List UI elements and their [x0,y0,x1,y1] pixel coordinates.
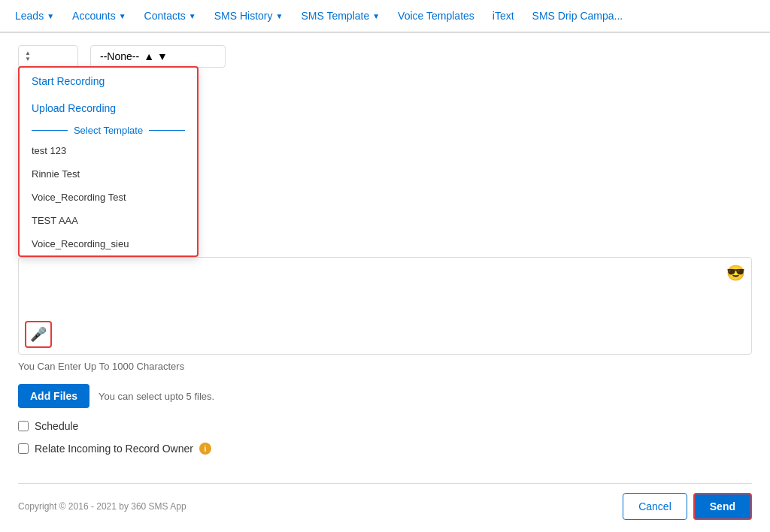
footer-buttons: Cancel Send [623,493,752,520]
template-item-3[interactable]: TEST AAA [20,209,197,232]
first-dropdown[interactable]: ▲ ▼ [18,45,78,68]
nav-sms-drip-label: SMS Drip Campa... [532,10,623,22]
mic-btn-row: 🎤 [19,318,751,354]
divider-line-left [32,130,68,131]
select-template-label: Select Template [74,125,143,136]
add-files-button[interactable]: Add Files [18,384,89,408]
schedule-checkbox[interactable] [18,421,29,431]
schedule-row: Schedule [18,420,752,432]
add-files-row: Add Files You can select upto 5 files. [18,384,752,408]
divider-line-right [149,130,185,131]
nav-sms-history[interactable]: SMS History ▼ [205,0,293,32]
char-limit-text: You Can Enter Up To 1000 Characters [18,361,752,372]
nav-leads-chevron: ▼ [47,12,54,20]
recording-dropdown-menu: Start Recording Upload Recording Select … [18,66,199,257]
nav-leads-label: Leads [15,10,44,22]
microphone-icon: 🎤 [30,326,47,343]
upload-recording-label: Upload Recording [32,102,116,114]
copyright-text: Copyright © 2016 - 2021 by 360 SMS App [18,501,186,512]
text-area-content: 😎 [19,258,751,318]
select-template-divider: Select Template [20,122,197,139]
nav-leads[interactable]: Leads ▼ [6,0,63,32]
nav-sms-drip[interactable]: SMS Drip Campa... [523,0,632,32]
nav-sms-history-chevron: ▼ [276,12,283,20]
relate-checkbox[interactable] [18,443,29,454]
top-nav: Leads ▼ Accounts ▼ Contacts ▼ SMS Histor… [0,0,770,33]
message-text-area-wrapper: 😎 🎤 [18,257,752,355]
schedule-label: Schedule [35,420,78,432]
dropdown-arrows: ▲ ▼ [25,50,31,62]
microphone-button[interactable]: 🎤 [25,321,52,348]
nav-itext[interactable]: iText [484,0,523,32]
nav-sms-template-label: SMS Template [301,10,369,22]
nav-accounts[interactable]: Accounts ▼ [63,0,135,32]
relate-row: Relate Incoming to Record Owner i [18,443,752,455]
nav-voice-templates[interactable]: Voice Templates [389,0,484,32]
template-item-0[interactable]: test 123 [20,139,197,162]
emoji-button[interactable]: 😎 [726,264,745,282]
none-dropdown-arrows: ▲ ▼ [144,50,168,62]
nav-itext-label: iText [493,10,514,22]
nav-contacts-label: Contacts [144,10,186,22]
template-item-1[interactable]: Rinnie Test [20,162,197,186]
none-label: --None-- [100,50,139,62]
none-dropdown[interactable]: --None-- ▲ ▼ [90,45,226,68]
send-button[interactable]: Send [693,493,752,520]
info-icon[interactable]: i [199,443,211,455]
nav-sms-template[interactable]: SMS Template ▼ [292,0,389,32]
relate-label: Relate Incoming to Record Owner [35,443,193,455]
nav-contacts-chevron: ▼ [189,12,196,20]
footer: Copyright © 2016 - 2021 by 360 SMS App C… [18,483,752,520]
add-files-hint: You can select upto 5 files. [99,391,214,402]
main-content: ▲ ▼ --None-- ▲ ▼ Start Recording Upload … [0,33,770,532]
nav-sms-history-label: SMS History [214,10,273,22]
upload-recording-item[interactable]: Upload Recording [20,95,197,122]
nav-accounts-chevron: ▼ [119,12,126,20]
template-list[interactable]: test 123 Rinnie Test Voice_Recording Tes… [20,139,197,255]
template-item-4[interactable]: Voice_Recording_sieu [20,232,197,255]
form-top-row: ▲ ▼ --None-- ▲ ▼ [18,45,752,68]
template-item-2[interactable]: Voice_Recording Test [20,186,197,209]
start-recording-item[interactable]: Start Recording [20,68,197,95]
nav-sms-template-chevron: ▼ [372,12,380,20]
cancel-button[interactable]: Cancel [623,493,687,520]
nav-contacts[interactable]: Contacts ▼ [135,0,205,32]
nav-accounts-label: Accounts [72,10,116,22]
start-recording-label: Start Recording [32,75,105,87]
nav-voice-templates-label: Voice Templates [398,10,474,22]
